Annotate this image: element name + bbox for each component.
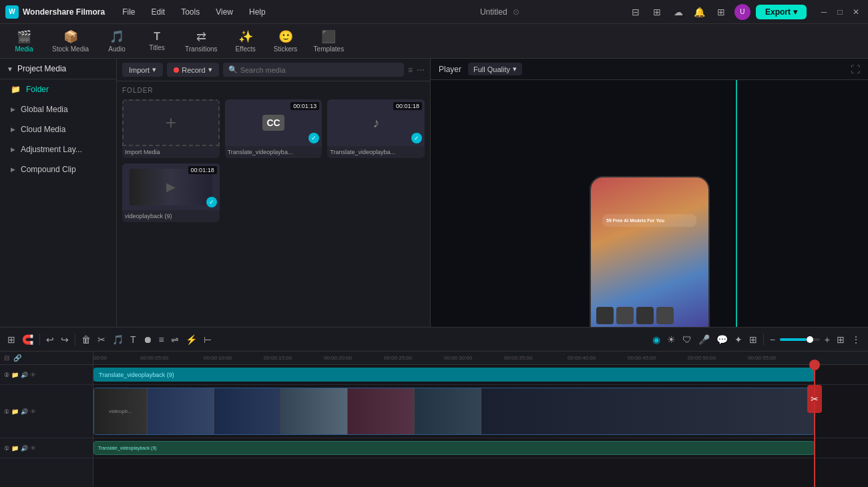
quality-select[interactable]: Full Quality ▾	[468, 63, 522, 75]
split-view-icon[interactable]: ⊞	[5, 332, 17, 347]
apps-icon[interactable]: ⊞	[713, 4, 729, 20]
magnet-icon[interactable]: 🧲	[20, 332, 35, 347]
ai-icon[interactable]: ✦	[732, 332, 744, 347]
tool-stock-media[interactable]: 📦 Stock Media	[45, 27, 95, 55]
color-wheel-icon[interactable]: ◉	[650, 332, 662, 347]
close-button[interactable]: ✕	[849, 5, 863, 19]
add-icon: +	[166, 112, 176, 133]
tool-media[interactable]: 🎬 Media	[5, 27, 43, 55]
media-card-1[interactable]: 00:01:13 CC ✓ Translate_videoplayba...	[225, 99, 322, 158]
folder-item-adjustment[interactable]: ▶ Adjustment Lay...	[3, 141, 114, 158]
search-bar[interactable]: 🔍	[223, 63, 404, 77]
shield-icon[interactable]: 🛡	[680, 332, 694, 347]
menu-tools[interactable]: Tools	[174, 5, 206, 19]
scissors-button[interactable]: ✂	[95, 332, 107, 347]
speech-icon[interactable]: 💬	[714, 332, 730, 347]
video-clip-bar[interactable]: videopb...	[93, 388, 815, 435]
audio-adjust-icon[interactable]: ≡	[157, 332, 166, 347]
tool-titles[interactable]: T Titles	[138, 28, 176, 54]
bell-icon[interactable]: 🔔	[692, 4, 708, 20]
card2-thumb: 00:01:18 ♪ ✓	[327, 99, 425, 146]
tool-audio[interactable]: 🎵 Audio	[98, 27, 136, 55]
record-button[interactable]: Record ▾	[167, 63, 218, 77]
more-options-icon[interactable]: ⋮	[849, 332, 863, 347]
menu-view[interactable]: View	[209, 5, 240, 19]
track-add-icon[interactable]: 📁	[11, 445, 19, 452]
timeline: ⊞ 🧲 ↩ ↪ 🗑 ✂ 🎵 T ⏺ ≡ ⇌ ⚡ ⊢ ◉ ☀ 🛡 🎤 💬 ✦ ⊞	[0, 327, 868, 487]
filter-icon[interactable]: ≡	[408, 65, 413, 75]
tool-effects[interactable]: ✨ Effects	[227, 27, 264, 55]
card1-label: Translate_videoplayba...	[225, 146, 322, 158]
more-options-icon[interactable]: ⋯	[417, 65, 425, 75]
undo-button[interactable]: ↩	[44, 332, 56, 347]
track1a-icons: ① 📁 🔊 👁	[4, 445, 36, 452]
project-media-title: Project Media	[17, 64, 66, 73]
extract-icon[interactable]: ⊞	[747, 332, 759, 347]
track-add-icon[interactable]: 📁	[11, 408, 19, 415]
folder-item-cloud-media[interactable]: ▶ Cloud Media	[3, 121, 114, 138]
maximize-button[interactable]: □	[833, 5, 847, 19]
import-media-card[interactable]: + Import Media	[122, 99, 220, 158]
import-button[interactable]: Import ▾	[122, 63, 163, 77]
folder-item-global-media[interactable]: ▶ Global Media	[3, 101, 114, 118]
redo-button[interactable]: ↪	[59, 332, 71, 347]
track-eye-icon[interactable]: 👁	[30, 408, 36, 415]
card1-check-icon: ✓	[308, 133, 319, 143]
track-mute-icon[interactable]: 🔊	[21, 372, 28, 378]
tool-transitions[interactable]: ⇄ Transitions	[178, 27, 224, 55]
track-mute-icon[interactable]: 🔊	[21, 408, 28, 415]
track-labels-panel: ⊟ 🔗 ② 📁 🔊 👁 ① 📁 🔊	[0, 352, 93, 487]
mic-icon[interactable]: 🎤	[696, 332, 712, 347]
zoom-in-button[interactable]: +	[823, 332, 832, 347]
media-card-2[interactable]: 00:01:18 ♪ ✓ Translate_videoplayba...	[327, 99, 425, 158]
transition-icon[interactable]: ⇌	[169, 332, 181, 347]
player-label: Player	[439, 65, 461, 74]
app-name: Wondershare Filmora	[23, 7, 105, 17]
zoom-thumb[interactable]	[807, 336, 813, 343]
audio-waveform-bar[interactable]: Translate_videoplayback (9)	[93, 441, 815, 455]
grid-icon[interactable]: ⊞	[649, 4, 665, 20]
grid-layout-icon[interactable]: ⊞	[835, 332, 847, 347]
menu-edit[interactable]: Edit	[144, 5, 172, 19]
cloud-icon[interactable]: ☁	[670, 4, 686, 20]
zoom-out-button[interactable]: −	[768, 332, 777, 347]
track-mute-icon[interactable]: 🔊	[21, 445, 28, 452]
delete-button[interactable]: 🗑	[79, 332, 93, 347]
text-button[interactable]: T	[128, 332, 138, 347]
user-avatar[interactable]: U	[734, 4, 750, 20]
menu-help[interactable]: Help	[242, 5, 272, 19]
media-card-3[interactable]: 00:01:18 ▶ ✓ videoplayback (9)	[122, 163, 220, 222]
split-icon[interactable]: ⊢	[202, 332, 214, 347]
transitions-icon: ⇄	[196, 29, 206, 44]
stock-media-icon: 📦	[63, 29, 78, 44]
audio-clip-bar[interactable]: Translate_videoplayback (9)	[93, 368, 815, 382]
tool-templates[interactable]: ⬛ Templates	[307, 27, 351, 55]
zoom-slider[interactable]	[780, 338, 820, 341]
tool-stickers[interactable]: 🙂 Stickers	[267, 27, 304, 55]
timeline-in-out-icon[interactable]: ⊟	[4, 354, 9, 362]
save-icon[interactable]: ⊟	[628, 4, 644, 20]
minimize-button[interactable]: ─	[817, 5, 831, 19]
track-eye-icon[interactable]: 👁	[30, 372, 36, 378]
sun-icon[interactable]: ☀	[665, 332, 678, 347]
export-button[interactable]: Export ▾	[756, 5, 807, 19]
record-button[interactable]: ⏺	[141, 332, 154, 347]
effect-icon[interactable]: ⚡	[184, 332, 199, 347]
link-icon[interactable]: 🔗	[13, 354, 21, 362]
ruler-marks: 00:00 00:00:05:00 00:00:10:00 00:00:15:0…	[93, 352, 868, 364]
folder-label: FOLDER	[122, 87, 425, 94]
track-add-icon[interactable]: 📁	[11, 372, 19, 378]
separator	[75, 334, 75, 346]
audio-clip-label: Translate_videoplayback (9)	[93, 372, 180, 378]
music-icon: ♪	[373, 115, 379, 131]
menu-file[interactable]: File	[116, 5, 142, 19]
folder-item-compound-clip[interactable]: ▶ Compound Clip	[3, 161, 114, 178]
track-eye-icon[interactable]: 👁	[30, 445, 36, 452]
search-input[interactable]	[240, 66, 399, 74]
track-row-1-audio: Translate_videoplayback (9)	[93, 438, 868, 458]
track2-icons: ② 📁 🔊 👁	[4, 372, 36, 378]
folder-item-folder[interactable]: 📁 Folder	[3, 81, 114, 98]
audio-detach-icon[interactable]: 🎵	[110, 332, 126, 347]
ruler-mark-35s: 00:00:35:00	[504, 355, 532, 361]
fullscreen-icon[interactable]: ⛶	[851, 64, 860, 75]
